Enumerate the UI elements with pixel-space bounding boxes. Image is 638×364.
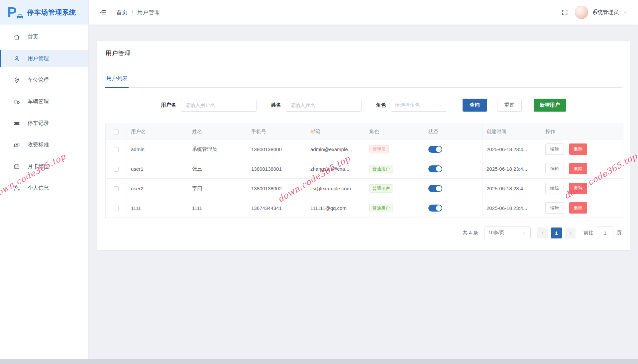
window-bottom-edge — [0, 359, 638, 364]
location-pin-icon — [13, 77, 20, 84]
sidebar-item-monthly-cards[interactable]: 月卡管理 — [0, 158, 88, 175]
calendar-icon — [13, 163, 20, 170]
cell-username: 1111 — [127, 198, 188, 218]
sidebar-item-fee-standards[interactable]: 收费标准 — [0, 136, 88, 153]
edit-button[interactable]: 编辑 — [545, 202, 564, 214]
username-filter: 用户名 — [161, 99, 257, 112]
sidebar-item-user-management[interactable]: 用户管理 — [0, 50, 88, 67]
cell-created: 2025-06-18 23:4... — [482, 179, 541, 198]
cell-email: zhangsan@exa... — [306, 159, 365, 179]
sidebar-item-label: 个人信息 — [28, 185, 49, 192]
row-checkbox[interactable] — [114, 147, 119, 152]
page-unit-label: 页 — [617, 230, 622, 236]
cell-phone: 13674344341 — [247, 198, 306, 218]
username-input[interactable] — [181, 99, 257, 112]
cell-phone: 13800138001 — [247, 159, 306, 179]
edit-button[interactable]: 编辑 — [545, 163, 564, 174]
role-badge: 普通用户 — [369, 204, 393, 212]
sidebar-item-profile[interactable]: 个人信息 — [0, 180, 88, 196]
name-filter: 姓名 — [271, 99, 362, 112]
role-select-placeholder: 请选择角色 — [395, 102, 420, 108]
sidebar-item-label: 月卡管理 — [28, 163, 49, 170]
sidebar-item-label: 车位管理 — [28, 77, 49, 84]
sidebar-item-home[interactable]: 首页 — [0, 29, 88, 45]
row-checkbox[interactable] — [114, 186, 119, 191]
col-status: 状态 — [424, 124, 482, 139]
vehicle-icon — [13, 98, 20, 105]
user-icon — [13, 55, 20, 62]
tab-bar: 用户列表 — [105, 75, 622, 88]
cell-name: 李四 — [188, 179, 247, 198]
profile-icon — [13, 185, 20, 192]
breadcrumb-home[interactable]: 首页 — [116, 9, 128, 16]
user-table: 用户名 姓名 手机号 邮箱 角色 状态 创建时间 操作 admin 系统管理员 — [105, 124, 622, 218]
chevron-down-icon — [623, 10, 628, 15]
cell-email: admin@example... — [306, 139, 365, 159]
filter-form: 用户名 姓名 角色 请选择角色 查询 重置 新增用户 — [97, 99, 630, 112]
breadcrumb-separator: / — [132, 9, 133, 16]
row-checkbox[interactable] — [114, 206, 119, 211]
chevron-down-icon — [438, 103, 443, 108]
role-badge: 普通用户 — [369, 165, 393, 173]
edit-button[interactable]: 编辑 — [545, 143, 564, 155]
prev-page-button[interactable] — [537, 228, 548, 238]
home-icon — [13, 34, 20, 41]
delete-button[interactable]: 删除 — [569, 202, 587, 214]
delete-button[interactable]: 删除 — [569, 183, 587, 194]
page-number-active[interactable]: 1 — [551, 228, 562, 238]
search-button[interactable]: 查询 — [463, 99, 487, 112]
sidebar-item-parking-records[interactable]: 停车记录 — [0, 115, 88, 132]
cell-username: user2 — [127, 179, 188, 198]
status-toggle[interactable] — [428, 185, 442, 192]
tab-user-list[interactable]: 用户列表 — [105, 75, 129, 88]
role-select[interactable]: 请选择角色 — [391, 99, 447, 112]
avatar — [575, 6, 588, 19]
sidebar-collapse-icon[interactable] — [99, 9, 106, 16]
top-header: 首页 / 用户管理 系统管理员 — [89, 0, 638, 25]
sidebar-item-parking-spaces[interactable]: 车位管理 — [0, 72, 88, 88]
col-role: 角色 — [365, 124, 424, 139]
cell-created: 2025-06-18 23:4... — [482, 198, 541, 218]
table-row: user2 李四 13800138002 lisi@example.com 普通… — [106, 179, 623, 198]
sidebar-item-label: 用户管理 — [28, 55, 49, 62]
sidebar-item-label: 车辆管理 — [28, 98, 49, 105]
role-filter: 角色 请选择角色 — [376, 99, 447, 112]
sidebar-item-label: 收费标准 — [28, 141, 49, 148]
col-username: 用户名 — [127, 124, 188, 139]
col-email: 邮箱 — [306, 124, 365, 139]
cell-phone: 13800138002 — [247, 179, 306, 198]
cell-phone: 13800138000 — [247, 139, 306, 159]
col-name: 姓名 — [188, 124, 247, 139]
pagination-total: 共 4 条 — [463, 230, 478, 236]
cell-created: 2025-06-18 23:4... — [482, 159, 541, 179]
table-header-row: 用户名 姓名 手机号 邮箱 角色 状态 创建时间 操作 — [106, 124, 623, 139]
select-all-checkbox[interactable] — [114, 130, 119, 135]
cell-name: 系统管理员 — [188, 139, 247, 159]
cell-name: 张三 — [188, 159, 247, 179]
table-row: user1 张三 13800138001 zhangsan@exa... 普通用… — [106, 159, 623, 179]
delete-button[interactable]: 删除 — [569, 143, 587, 155]
page-size-select[interactable]: 10条/页 — [484, 227, 531, 239]
table-row: 1111 1111 13674344341 111111@qq.com 普通用户… — [106, 198, 623, 218]
breadcrumb: 首页 / 用户管理 — [116, 9, 160, 16]
status-toggle[interactable] — [428, 165, 442, 172]
delete-button[interactable]: 删除 — [569, 163, 587, 174]
edit-button[interactable]: 编辑 — [545, 183, 564, 194]
user-management-card: 用户管理 用户列表 用户名 姓名 角色 请选择角色 — [97, 41, 630, 250]
name-input[interactable] — [286, 99, 362, 112]
app-logo: P 停车场管理系统 — [0, 0, 88, 25]
reset-button[interactable]: 重置 — [497, 99, 522, 112]
header-right: 系统管理员 — [561, 6, 628, 19]
goto-page-input[interactable] — [597, 227, 613, 239]
status-toggle[interactable] — [428, 146, 442, 153]
username-label: 用户名 — [161, 102, 176, 108]
row-checkbox[interactable] — [114, 167, 119, 172]
sidebar-item-vehicles[interactable]: 车辆管理 — [0, 93, 88, 110]
col-created: 创建时间 — [482, 124, 541, 139]
add-user-button[interactable]: 新增用户 — [534, 99, 566, 112]
status-toggle[interactable] — [428, 205, 442, 212]
next-page-button[interactable] — [565, 228, 576, 238]
user-menu[interactable]: 系统管理员 — [575, 6, 628, 19]
fullscreen-icon[interactable] — [561, 9, 568, 16]
cell-created: 2025-06-18 23:4... — [482, 139, 541, 159]
